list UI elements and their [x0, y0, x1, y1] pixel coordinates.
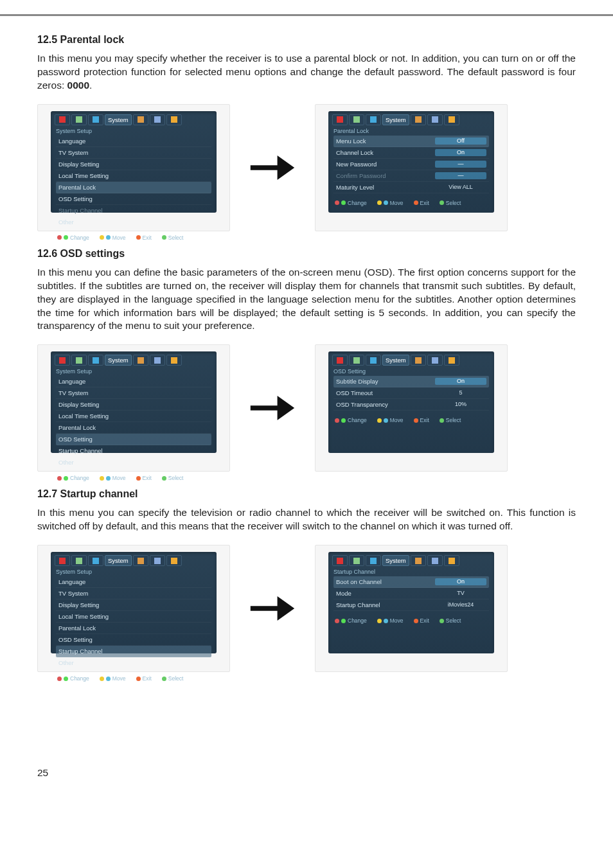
osd-tab	[366, 114, 381, 125]
osd-section-title: Startup Channel	[328, 567, 494, 576]
osd-tab	[150, 555, 165, 566]
section-heading-parental-lock: 12.5 Parental lock	[37, 34, 576, 46]
osd-menu-item[interactable]: Language	[56, 376, 211, 387]
hint-exit: Exit	[136, 475, 152, 481]
osd-section-title: System Setup	[51, 367, 217, 376]
figure-row-startup: SystemSystem SetupLanguageTV SystemDispl…	[37, 545, 576, 672]
osd-menu-item[interactable]: Parental Lock	[56, 623, 211, 634]
svg-rect-28	[154, 558, 161, 564]
osd-tabstrip: System	[328, 111, 494, 127]
osd-menu-item[interactable]: Local Time Setting	[56, 411, 211, 422]
hint-move: Move	[100, 675, 126, 682]
osd-tab-system: System	[105, 355, 132, 366]
osd-tab	[349, 555, 364, 566]
osd-menu-item[interactable]: OSD Setting	[56, 193, 211, 205]
svg-rect-5	[171, 116, 177, 123]
osd-menu-item[interactable]: TV System	[56, 147, 211, 159]
osd-tab	[71, 114, 87, 125]
osd-menu-item[interactable]: Local Time Setting	[56, 611, 211, 623]
hint-select: Select	[162, 475, 184, 481]
osd-menu-item[interactable]: Language	[56, 576, 211, 588]
osd-value-row[interactable]: Confirm Password—	[333, 170, 489, 182]
osd-menu-item[interactable]: TV System	[56, 588, 211, 599]
osd-menu-item[interactable]: Display Setting	[56, 159, 211, 170]
osd-tab	[427, 114, 443, 125]
osd-tab	[366, 355, 381, 366]
osd-menu-item[interactable]: Startup Channel	[56, 646, 211, 657]
svg-rect-14	[93, 357, 99, 364]
osd-tabstrip: System	[51, 351, 217, 367]
osd-menu-item[interactable]: OSD Setting	[56, 634, 211, 646]
osd-tab	[349, 355, 364, 366]
section-body-startup: In this menu you can specify the televis…	[37, 506, 576, 533]
hint-select: Select	[440, 417, 461, 423]
osd-menu-item[interactable]: Local Time Setting	[56, 170, 211, 182]
osd-menu-item[interactable]: Parental Lock	[56, 422, 211, 434]
osd-menu-item[interactable]: Display Setting	[56, 599, 211, 611]
osd-menu-item[interactable]: Startup Channel	[56, 205, 211, 217]
osd-menu-item[interactable]: Language	[56, 136, 211, 147]
osd-value-row[interactable]: ModeTV	[333, 588, 489, 599]
hint-move: Move	[377, 200, 404, 206]
osd-tab	[411, 114, 426, 125]
osd-tab	[150, 114, 165, 125]
osd-menu-item[interactable]: Display Setting	[56, 399, 211, 411]
osd-tab	[88, 114, 103, 125]
osd-tab	[444, 114, 459, 125]
osd-menu-item[interactable]: Other	[56, 217, 211, 228]
osd-tab	[166, 555, 182, 566]
osd-value-row[interactable]: OSD Transparency10%	[333, 399, 489, 411]
svg-rect-22	[432, 357, 438, 364]
osd-tab	[150, 355, 165, 366]
osd-tabstrip: System	[328, 552, 494, 567]
osd-value-row[interactable]: Menu LockOff	[333, 136, 489, 147]
svg-rect-31	[353, 558, 360, 564]
osd-menu-item[interactable]: Startup Channel	[56, 445, 211, 457]
osd-tab	[411, 555, 426, 566]
osd-tab	[427, 355, 443, 366]
hint-change: Change	[335, 200, 367, 206]
svg-rect-27	[138, 558, 144, 564]
osd-menu-item[interactable]: Other	[56, 657, 211, 669]
osd-value-row[interactable]: Maturity LevelView ALL	[333, 182, 489, 193]
body-text: In this menu you may specify whether the…	[37, 53, 576, 91]
hint-exit: Exit	[414, 200, 429, 206]
default-password: 0000	[67, 80, 89, 91]
osd-menu-item[interactable]: Other	[56, 457, 211, 468]
osd-tab	[55, 355, 70, 366]
osd-menu-item[interactable]: OSD Setting	[56, 434, 211, 445]
osd-value-row[interactable]: OSD Timeout5	[333, 387, 489, 399]
hint-change: Change	[57, 675, 89, 682]
section-body-parental-lock: In this menu you may specify whether the…	[37, 52, 576, 93]
arrow-icon	[242, 590, 303, 627]
osd-tab	[88, 555, 103, 566]
hint-select: Select	[162, 675, 184, 682]
osd-menu-item[interactable]: TV System	[56, 387, 211, 399]
hint-move: Move	[100, 235, 126, 241]
osd-value-row[interactable]: Channel LockOn	[333, 147, 489, 159]
osd-footer-hints: ChangeMoveExitSelect	[328, 615, 494, 626]
svg-rect-17	[171, 357, 177, 364]
osd-footer-hints: ChangeMoveExitSelect	[51, 673, 217, 684]
hint-select: Select	[440, 617, 461, 624]
page-number: 25	[37, 767, 576, 779]
svg-rect-10	[432, 116, 438, 123]
osd-value-row[interactable]: Subtitle DisplayOn	[333, 376, 489, 387]
svg-rect-23	[449, 357, 455, 364]
section-body-osd: In this menu you can define the basic pa…	[37, 266, 576, 333]
section-heading-startup: 12.7 Startup channel	[37, 488, 576, 500]
figure-row-osd: SystemSystem SetupLanguageTV SystemDispl…	[37, 344, 576, 472]
svg-rect-15	[138, 357, 144, 364]
svg-rect-25	[76, 558, 82, 564]
osd-tab	[133, 355, 148, 366]
hint-change: Change	[57, 235, 89, 241]
osd-tab	[88, 355, 103, 366]
osd-menu-item[interactable]: Parental Lock	[56, 182, 211, 193]
svg-rect-1	[76, 116, 82, 123]
osd-value-row[interactable]: New Password—	[333, 159, 489, 170]
osd-tab	[55, 555, 70, 566]
figure-row-parental-lock: SystemSystem SetupLanguageTV SystemDispl…	[37, 104, 576, 231]
osd-value-row[interactable]: Boot on ChannelOn	[333, 576, 489, 588]
osd-tab	[427, 555, 443, 566]
osd-value-row[interactable]: Startup ChanneliMovies24	[333, 599, 489, 611]
